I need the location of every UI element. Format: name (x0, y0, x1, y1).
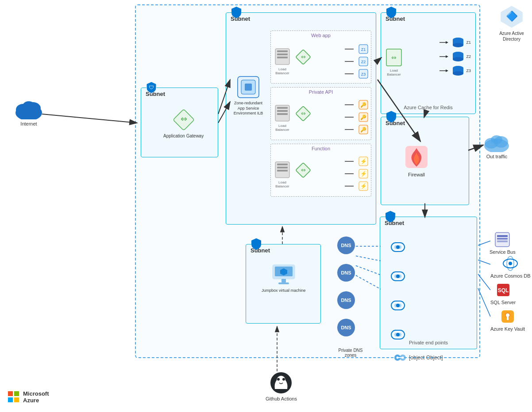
svg-point-66 (453, 43, 463, 47)
ms-sq-green (14, 391, 19, 396)
svg-text:⇔: ⇔ (391, 54, 397, 61)
sql-server-node: SQL SQL Server (490, 282, 516, 305)
shield-appgw: 🛡 (146, 81, 157, 96)
svg-point-103 (277, 378, 280, 381)
svg-text:⚡: ⚡ (360, 158, 367, 164)
webapp-zones: Z1 Z2 Z3 (345, 44, 368, 79)
shield-pe (385, 210, 396, 225)
svg-point-8 (23, 101, 35, 111)
svg-text:🔑: 🔑 (360, 102, 366, 108)
ms-azure-logo: Microsoft Azure (8, 390, 49, 404)
firewall-icon: Firewall (403, 144, 430, 178)
api-zones: 🔑 🔑 🔑 (345, 100, 368, 134)
svg-point-111 (509, 262, 512, 265)
lb-diamond-function: ⇔ (295, 162, 312, 180)
svg-text:⚡: ⚡ (360, 183, 367, 189)
svg-text:⇔: ⇔ (301, 110, 306, 117)
private-api-box: Private API LoadBalancer ⇔ (270, 87, 371, 140)
pe-label: Private end points (380, 340, 477, 345)
dns-4: DNS (337, 319, 355, 336)
svg-rect-108 (497, 240, 508, 242)
cosmos-db-node: Azure Cosmos DB (490, 256, 530, 279)
svg-rect-33 (277, 113, 288, 115)
shield-cache (386, 6, 397, 21)
lb-function: LoadBalancer (274, 161, 290, 188)
subnet-pe-box: Subnet (380, 217, 477, 349)
svg-text:🔷: 🔷 (506, 10, 518, 22)
svg-rect-48 (277, 170, 288, 172)
subnet-appgw-box: Subnet 🛡 ⇔ Application Gateway (141, 88, 218, 157)
vnet-label: [object Object] (394, 354, 443, 362)
ms-sq-red (8, 391, 13, 396)
service-bus-node: Service Bus (490, 232, 516, 255)
svg-point-71 (453, 57, 463, 61)
svg-marker-63 (446, 41, 448, 44)
svg-text:Z3: Z3 (361, 72, 366, 76)
subnet-jumpbox-box: Subnet Jumpbox virtual machine (246, 244, 321, 324)
svg-rect-107 (497, 238, 508, 240)
key-vault-node: Azure Key Vault (490, 309, 525, 332)
svg-text:⇔: ⇔ (301, 53, 306, 60)
lb-cache: ⇔ LoadBalancer (386, 48, 402, 76)
lb-api: LoadBalancer (274, 104, 290, 132)
svg-text:⇔: ⇔ (180, 114, 187, 123)
svg-point-104 (282, 378, 285, 381)
svg-point-4 (402, 357, 404, 359)
ase-icon: Zone-redundant App Service Environment I… (231, 75, 266, 116)
svg-rect-16 (277, 50, 288, 52)
svg-rect-14 (245, 84, 252, 91)
ms-squares-icon (8, 391, 19, 403)
dns-label: Private DNSzones (337, 348, 364, 358)
webapp-box: Web app LoadBalancer ⇔ (270, 31, 371, 84)
function-zones: ⚡ ⚡ ⚡ (345, 156, 368, 191)
dns-3: DNS (337, 291, 355, 309)
svg-text:🔑: 🔑 (360, 126, 366, 133)
shield-jumpbox (251, 237, 262, 252)
svg-text:Z1: Z1 (361, 47, 366, 52)
svg-point-3 (397, 357, 399, 359)
svg-rect-106 (497, 235, 508, 237)
lb-diamond-api: ⇔ (295, 105, 312, 124)
svg-text:⚡: ⚡ (360, 170, 367, 177)
subnet-firewall-box: Subnet Firewall (381, 117, 469, 205)
svg-rect-18 (277, 57, 288, 58)
svg-text:Z2: Z2 (361, 60, 366, 64)
pe-icons (389, 239, 407, 343)
svg-point-92 (396, 304, 400, 307)
appgw-icon: ⇔ Application Gateway (163, 108, 204, 139)
svg-text:🛡: 🛡 (149, 84, 154, 91)
svg-point-95 (396, 333, 400, 336)
dns-1: Private DNS zonesDNS (337, 237, 355, 254)
svg-rect-17 (277, 53, 288, 55)
lb-webapp: LoadBalancer (274, 48, 290, 75)
svg-rect-116 (507, 317, 509, 320)
ms-sq-yellow (14, 397, 19, 402)
svg-line-119 (42, 114, 137, 123)
svg-text:🔑: 🔑 (360, 114, 366, 120)
shield-ase (231, 6, 242, 21)
svg-text:SQL: SQL (497, 287, 509, 294)
svg-rect-98 (281, 279, 286, 282)
cache-label: Azure Cache for Redis (381, 105, 475, 110)
shield-firewall (386, 110, 397, 125)
svg-rect-99 (278, 282, 289, 284)
internet-node: Internet (13, 97, 44, 127)
lb-diamond-webapp: ⇔ (295, 49, 312, 67)
svg-rect-46 (277, 164, 288, 165)
svg-marker-68 (446, 55, 448, 58)
ms-sq-blue (8, 397, 13, 402)
svg-rect-32 (277, 110, 288, 112)
dns-zone-group: Private DNS zonesDNS DNS DNS DNS Private… (337, 237, 364, 358)
svg-point-81 (491, 135, 502, 144)
ms-azure-text: Microsoft Azure (23, 390, 49, 404)
redis-zones: Z1 Z2 Z3 (439, 37, 471, 76)
dns-2: DNS (337, 264, 355, 282)
svg-point-89 (396, 275, 400, 278)
out-traffic-node: Out traffic (482, 132, 511, 160)
svg-rect-47 (277, 167, 288, 168)
svg-point-76 (453, 71, 463, 76)
svg-text:⇔: ⇔ (301, 167, 306, 173)
subnet-cache-box: Subnet ⇔ LoadBalancer Z1 Z2 (381, 12, 476, 114)
function-box: Function LoadBalancer ⇔ (270, 144, 371, 197)
azure-ad-node: 🔷 Azure Active Directory (491, 4, 532, 42)
